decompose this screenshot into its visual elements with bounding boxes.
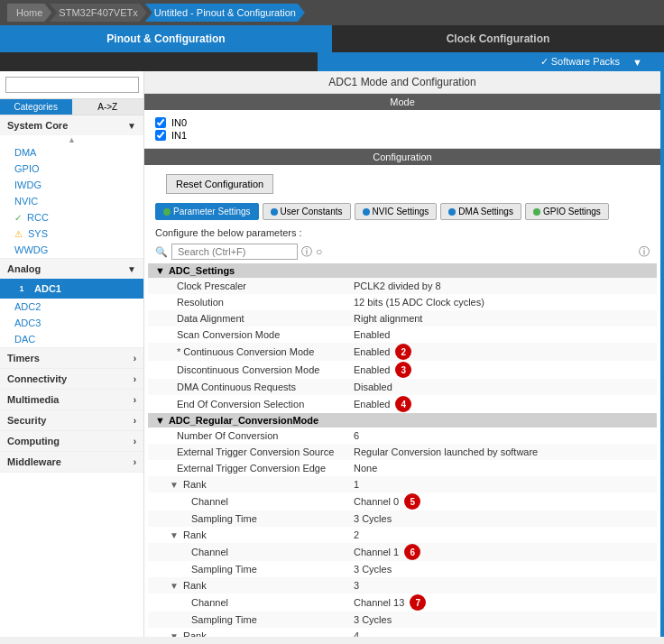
sidebar-section-system-core: System Core ▼ ▲ DMA GPIO IWDG NVIC RCC S… [0,115,143,259]
reset-configuration-button[interactable]: Reset Configuration [166,174,273,194]
sidebar-section-header-analog[interactable]: Analog ▼ [0,259,143,279]
param-row: Channel Channel 13 7 [148,593,657,612]
dot-icon [163,208,171,216]
sidebar-section-connectivity: Connectivity › [0,369,143,390]
search-icon: 🔍 [155,246,168,258]
breadcrumb-home[interactable]: Home [7,4,51,22]
sidebar-item-gpio[interactable]: GPIO [0,161,143,177]
sidebar-section-header-timers[interactable]: Timers › [0,348,143,368]
sidebar-item-wwdg[interactable]: WWDG [0,242,143,258]
adc1-badge: 1 [14,281,29,296]
mode-bar: Mode [144,94,660,110]
sidebar-section-header-computing[interactable]: Computing › [0,431,143,451]
chevron-right-icon: › [134,354,136,363]
param-row: Number Of Conversion 6 [148,428,657,444]
sidebar-item-rcc[interactable]: RCC [0,209,143,225]
sidebar-section-header-security[interactable]: Security › [0,410,143,430]
sidebar-item-adc1[interactable]: 1 ADC1 [0,279,143,299]
configure-label: Configure the below parameters : [144,225,660,242]
sidebar-item-dac[interactable]: DAC [0,331,143,347]
param-row: Discontinuous Conversion Mode Enabled 3 [148,361,657,379]
param-row: ▼ Rank 3 [148,577,657,593]
sidebar-item-iwdg[interactable]: IWDG [0,177,143,193]
sidebar-item-sys[interactable]: SYS [0,225,143,242]
tab-pinout[interactable]: Pinout & Configuration [0,25,332,52]
param-row: ▼ Rank 1 [148,476,657,492]
sidebar-section-header-multimedia[interactable]: Multimedia › [0,390,143,409]
badge-5: 5 [404,493,420,510]
param-row: Sampling Time 3 Cycles [148,612,657,628]
param-row: Sampling Time 3 Cycles [148,511,657,527]
scroll-indicator: ▲ [0,135,143,144]
chevron-down-icon: ▼ [155,415,165,426]
mode-checkbox-in1[interactable]: IN1 [155,130,650,141]
sidebar-section-header-middleware[interactable]: Middleware › [0,452,143,472]
badge-7: 7 [410,594,426,611]
param-row: DMA Continuous Requests Disabled [148,379,657,395]
param-group-adc-regular[interactable]: ▼ ADC_Regular_ConversionMode [148,413,657,428]
circle-icon: ○ [316,245,322,258]
dot-icon [363,208,370,216]
sidebar-item-dma[interactable]: DMA [0,144,143,161]
param-row: * Continuous Conversion Mode Enabled 2 [148,343,657,361]
chevron-right-icon: › [134,374,136,384]
badge-4: 4 [395,396,411,412]
param-row: Resolution 12 bits (15 ADC Clock cycles) [148,294,657,310]
badge-6: 6 [404,544,420,560]
param-tabs: Parameter Settings User Constants NVIC S… [144,203,660,225]
sidebar-section-header-connectivity[interactable]: Connectivity › [0,369,143,389]
breadcrumb-bar: Home STM32F407VETx Untitled - Pinout & C… [0,0,664,25]
search-bar: ⚙ [0,71,143,99]
chevron-right-icon: › [134,457,136,467]
panel-title: ADC1 Mode and Configuration [144,71,660,94]
sidebar-section-middleware: Middleware › [0,452,143,473]
dot-icon [271,208,278,216]
param-row: Clock Prescaler PCLK2 divided by 8 [148,278,657,294]
mode-checkbox-in0[interactable]: IN0 [155,117,650,128]
sidebar-section-timers: Timers › [0,348,143,369]
param-group-adc-settings[interactable]: ▼ ADC_Settings [148,263,657,278]
tab-parameter-settings[interactable]: Parameter Settings [155,203,259,220]
sidebar-item-adc3[interactable]: ADC3 [0,315,143,331]
search-input[interactable] [5,77,139,93]
tab-dma-settings[interactable]: DMA Settings [440,203,521,220]
sidebar-section-header-system-core[interactable]: System Core ▼ [0,115,143,135]
software-packs-bar[interactable]: ✓ Software Packs ▼ [318,52,664,71]
chevron-right-icon: › [134,395,136,405]
sidebar: ⚙ Categories A->Z System Core ▼ ▲ DMA GP… [0,71,144,637]
info-icon: ⓘ [301,244,312,260]
sidebar-section-computing: Computing › [0,431,143,452]
config-search-input[interactable] [171,244,298,260]
tab-nvic-settings[interactable]: NVIC Settings [355,203,438,220]
chevron-right-icon: › [134,437,136,446]
vertical-accent [660,71,664,637]
mode-content: IN0 IN1 [144,110,660,149]
config-bar: Configuration [144,149,660,165]
param-row: ▼ Rank 4 [148,628,657,637]
config-search: 🔍 ⓘ ○ ⓘ [144,242,660,263]
sidebar-item-adc2[interactable]: ADC2 [0,299,143,315]
param-row: External Trigger Conversion Edge None [148,460,657,476]
param-row: Sampling Time 3 Cycles [148,561,657,577]
dot-icon [448,208,456,216]
sidebar-section-multimedia: Multimedia › [0,390,143,410]
tab-user-constants[interactable]: User Constants [263,203,351,220]
chevron-down-icon: ▼ [632,57,642,68]
breadcrumb-device[interactable]: STM32F407VETx [50,4,146,22]
sidebar-section-security: Security › [0,410,143,431]
param-row: External Trigger Conversion Source Regul… [148,444,657,460]
tab-gpio-settings[interactable]: GPIO Settings [525,203,609,220]
badge-3: 3 [395,362,411,378]
sidebar-section-analog: Analog ▼ 1 ADC1 ADC2 ADC3 DAC [0,259,143,348]
sidebar-item-nvic[interactable]: NVIC [0,193,143,209]
tab-atoz[interactable]: A->Z [72,99,144,115]
tab-categories[interactable]: Categories [0,99,72,115]
param-row: Data Alignment Right alignment [148,310,657,327]
tab-clock[interactable]: Clock Configuration [332,25,664,52]
main-tabs: Pinout & Configuration Clock Configurati… [0,25,664,52]
main-panel: ADC1 Mode and Configuration Mode IN0 IN1… [144,71,660,637]
param-row: ▼ Rank 2 [148,527,657,543]
chevron-down-icon: ▼ [127,264,136,274]
param-row: Channel Channel 1 6 [148,543,657,561]
breadcrumb-current[interactable]: Untitled - Pinout & Configuration [145,4,305,22]
